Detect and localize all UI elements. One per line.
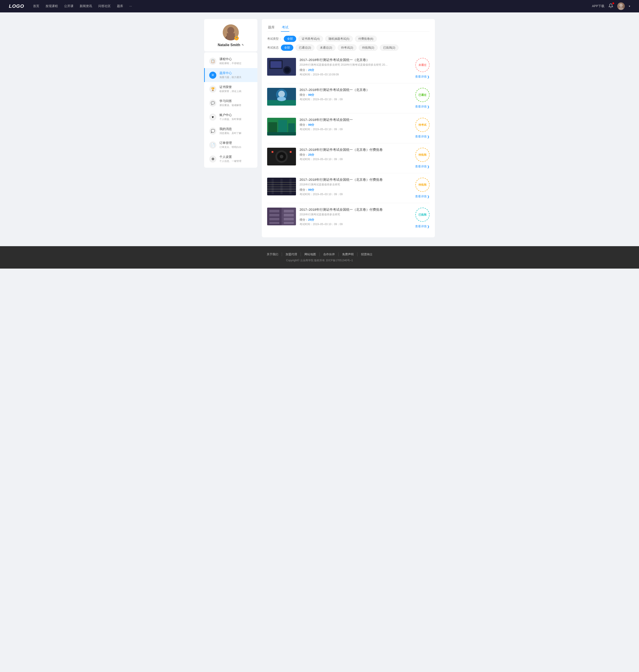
exam-actions-2: 已通过 查看详情 ❯ [415, 88, 430, 109]
nav-news[interactable]: 新闻资讯 [80, 4, 92, 8]
nav-home[interactable]: 首页 [33, 4, 39, 8]
account-subtitle: 个人权益、实时掌握 [219, 117, 241, 121]
tab-question-bank[interactable]: 题库 [267, 23, 276, 32]
exam-time-2: 考试时间：2019–05–03 10：09：09 [299, 98, 411, 101]
thumb-overlay-3 [267, 118, 296, 135]
avatar-inner [617, 2, 625, 10]
filter-type-random[interactable]: 随机抽题考试(5) [325, 36, 353, 42]
svg-rect-41 [269, 222, 279, 224]
sidebar-item-course-text: 课程中心 精彩课程，不容错过 [219, 57, 241, 65]
svg-rect-35 [289, 179, 292, 194]
exam-actions-4: 待批阅 查看详情 ❯ [415, 148, 430, 169]
filter-type-row: 考试类型： 全部 证书类考试(4) 随机抽题考试(5) 付费批卷(6) [267, 36, 430, 42]
filter-type-all[interactable]: 全部 [284, 36, 296, 42]
content-area: 题库 考试 考试类型： 全部 证书类考试(4) 随机抽题考试(5) 付费批卷(6… [262, 19, 435, 237]
exam-card-1: 2017–2018年行测证件考试全国统一（北京卷） 2018年行测考试是最值得多… [267, 53, 430, 83]
svg-rect-20 [267, 132, 296, 135]
nav-questionbank[interactable]: 题库 [117, 4, 123, 8]
exam-card-5: 2017–2018年行测证件考试全国统一（北京卷）付费批卷 2018年行测考试是… [267, 173, 430, 203]
sidebar-profile: 🏅 Natalie Smith ✎ [204, 19, 258, 51]
question-bank-title: 题库中心 [219, 71, 241, 75]
sidebar-item-question-bank[interactable]: ≡ 题库中心 海量习题，助力通关 [204, 68, 258, 82]
svg-rect-19 [288, 123, 295, 133]
sidebar-item-settings[interactable]: ⚙ 个人设置 个人信息、一键管理 [204, 152, 258, 166]
nav-more[interactable]: ··· [129, 4, 132, 8]
exam-title-3: 2017–2018年行测证件考试全国统一 [299, 118, 411, 122]
user-dropdown-icon[interactable]: ▾ [629, 5, 630, 8]
sidebar-item-certificate[interactable]: 🏆 证书荣誉 收获荣誉，持证上岗 [204, 82, 258, 96]
profile-edit-icon[interactable]: ✎ [241, 44, 244, 47]
filter-status-reviewed[interactable]: 已批阅(2) [380, 45, 399, 51]
filter-status-passed[interactable]: 已通过(2) [296, 45, 314, 51]
exam-thumb-3 [267, 118, 296, 135]
exam-score-4: 得分：25分 [299, 153, 411, 157]
sidebar-item-account[interactable]: ♥ 账户中心 个人权益、实时掌握 [204, 110, 258, 124]
filter-status-all[interactable]: 全部 [281, 45, 293, 51]
exam-title-4: 2017–2018年行测证件考试全国统一（北京卷）付费批卷 [299, 148, 411, 152]
profile-name: Natalie Smith ✎ [208, 43, 254, 47]
filter-status-failed[interactable]: 未通过(2) [317, 45, 336, 51]
tab-exam[interactable]: 考试 [281, 23, 289, 32]
footer-link-disclaimer[interactable]: 免费声明 [339, 252, 357, 256]
exam-card-3: 2017–2018年行测证件考试全国统一 得分：99分 考试时间：2019–05… [267, 113, 430, 143]
exam-time-4: 考试时间：2019–05–03 10：09：09 [299, 158, 411, 161]
footer-link-sitemap[interactable]: 网站地图 [301, 252, 320, 256]
footer-link-careers[interactable]: 招贤纳士 [357, 252, 376, 256]
filter-status-pending-review[interactable]: 待批阅(2) [359, 45, 378, 51]
sidebar-item-order-text: 订单管理 订单支出、明明白白 [219, 141, 241, 149]
footer-link-franchise[interactable]: 加盟代理 [282, 252, 301, 256]
messages-subtitle: 消息通知、及时了解 [219, 131, 241, 135]
nav-opencourse[interactable]: 公开课 [64, 4, 74, 8]
exam-detail-link-3[interactable]: 查看详情 ❯ [415, 134, 430, 139]
svg-rect-33 [271, 179, 274, 194]
exam-score-6: 得分：25分 [299, 218, 411, 222]
exam-detail-link-5[interactable]: 查看详情 ❯ [415, 194, 430, 198]
orders-title: 订单管理 [219, 141, 241, 145]
account-icon: ♥ [209, 114, 216, 121]
nav-qa[interactable]: 问答社区 [98, 4, 111, 8]
user-avatar[interactable] [617, 2, 625, 10]
footer-links: 关于我们 加盟代理 网站地图 合作伙伴 免费声明 招贤纳士 [0, 252, 639, 256]
footer-link-about[interactable]: 关于我们 [263, 252, 282, 256]
exam-actions-6: 已批阅 查看详情 ❯ [415, 208, 430, 228]
course-center-title: 课程中心 [219, 57, 241, 61]
course-center-icon: 📋 [209, 58, 216, 65]
exam-thumb-5 [267, 178, 296, 195]
svg-rect-17 [268, 122, 277, 133]
exam-thumb-1 [267, 58, 296, 76]
app-download[interactable]: APP下载 [592, 4, 604, 8]
nav-discover[interactable]: 发现课程 [46, 4, 58, 8]
svg-rect-34 [280, 179, 283, 194]
exam-detail-link-2[interactable]: 查看详情 ❯ [415, 105, 430, 109]
exam-score-3: 得分：99分 [299, 123, 411, 127]
svg-rect-26 [290, 151, 292, 153]
study-qa-icon: 💬 [209, 100, 216, 107]
logo[interactable]: LOGO [9, 3, 24, 9]
sidebar: 🏅 Natalie Smith ✎ 📋 课程中心 精彩课程，不容错过 ≡ 题库中… [204, 19, 258, 237]
filter-status-row: 考试状态 全部 已通过(2) 未通过(2) 待考试(2) 待批阅(2) 已批阅(… [267, 45, 430, 51]
filter-type-certificate[interactable]: 证书类考试(4) [298, 36, 323, 42]
exam-desc-6: 2018年行测考试是最值得多去研究 [299, 213, 388, 217]
sidebar-item-messages[interactable]: 💭 我的消息 消息通知、及时了解 [204, 124, 258, 138]
filter-type-paid[interactable]: 付费批卷(6) [355, 36, 377, 42]
exam-status-4: 待批阅 [415, 148, 430, 162]
sidebar-item-study-qa[interactable]: 💬 学习问答 课后重温、疑难解答 [204, 96, 258, 110]
question-bank-icon: ≡ [209, 71, 216, 79]
filter-type-label: 考试类型： [267, 37, 282, 41]
profile-badge: 🏅 [234, 36, 239, 41]
exam-status-1: 未通过 [415, 58, 430, 72]
bell-badge [612, 2, 614, 4]
settings-subtitle: 个人信息、一键管理 [219, 159, 241, 163]
exam-detail-link-6[interactable]: 查看详情 ❯ [415, 224, 430, 228]
footer-link-partners[interactable]: 合作伙伴 [320, 252, 339, 256]
footer-copyright: Copyright© 云朵商学院 版权所有 京ICP备17051340号–1 [0, 259, 639, 262]
filter-status-pending-exam[interactable]: 待考试(2) [338, 45, 357, 51]
svg-point-15 [277, 97, 286, 101]
sidebar-item-orders[interactable]: 📄 订单管理 订单支出、明明白白 [204, 138, 258, 152]
exam-info-5: 2017–2018年行测证件考试全国统一（北京卷）付费批卷 2018年行测考试是… [299, 178, 411, 196]
exam-detail-link-4[interactable]: 查看详情 ❯ [415, 164, 430, 169]
svg-point-0 [620, 3, 623, 7]
sidebar-item-course-center[interactable]: 📋 课程中心 精彩课程，不容错过 [204, 54, 258, 68]
notification-bell[interactable] [608, 3, 613, 9]
exam-detail-link-1[interactable]: 查看详情 ❯ [415, 75, 430, 79]
